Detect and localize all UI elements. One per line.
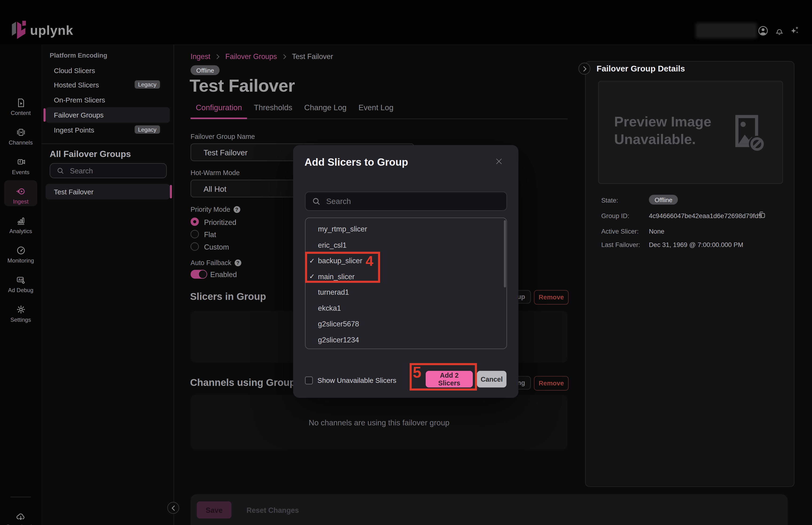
nav-item-downloads[interactable]: Downloads: [0, 512, 41, 525]
group-list-item-test-failover[interactable]: Test Failover: [46, 184, 170, 199]
slicer-row-checked[interactable]: ✓ main_slicer: [305, 269, 506, 284]
account-name-redacted: [695, 23, 757, 38]
priority-mode-label-text: Priority Mode: [190, 206, 230, 213]
status-badge-text: Offline: [196, 66, 214, 74]
notifications-bell-icon[interactable]: [774, 25, 784, 36]
cancel-button[interactable]: Cancel: [477, 371, 507, 388]
nav-label: Downloads: [6, 524, 35, 525]
modal-search-input[interactable]: [325, 196, 473, 206]
tab-change-log[interactable]: Change Log: [299, 103, 352, 119]
button-label: ng: [517, 379, 525, 386]
tab-bar: Configuration Thresholds Change Log Even…: [190, 103, 568, 119]
scrollbar-thumb[interactable]: [504, 220, 506, 288]
modal-search: [305, 192, 507, 211]
gear-icon: [16, 304, 26, 314]
group-list-title: All Failover Groups: [50, 149, 131, 160]
remove-channels-button[interactable]: Remove: [534, 376, 569, 391]
radio-flat[interactable]: [190, 230, 199, 238]
close-icon[interactable]: [494, 157, 503, 166]
slicer-row-checked[interactable]: ✓ backup_slicer: [305, 253, 506, 269]
nav-item-settings[interactable]: Settings: [0, 304, 41, 322]
tab-thresholds[interactable]: Thresholds: [249, 103, 297, 119]
uplynk-logo-icon: [11, 21, 27, 39]
nav-item-events[interactable]: Events: [0, 157, 41, 175]
copy-icon[interactable]: [758, 211, 766, 219]
subnav-item-ingest-points[interactable]: Ingest Points Legacy: [46, 122, 170, 138]
help-icon[interactable]: ?: [234, 259, 241, 266]
analytics-icon: [16, 216, 26, 226]
uplynk-logo[interactable]: uplynk: [11, 21, 73, 39]
search-icon: [56, 167, 64, 175]
nav-item-analytics[interactable]: Analytics: [0, 216, 41, 234]
hot-warm-mode-label: Hot-Warm Mode: [190, 169, 240, 177]
nav-item-channels[interactable]: Channels: [0, 127, 41, 146]
group-search: [50, 163, 167, 178]
slicer-row[interactable]: my_rtmp_slicer: [305, 221, 506, 237]
slicer-row[interactable]: g2slicer1234: [305, 332, 506, 348]
channels-icon: [16, 127, 26, 137]
sparkles-ai-icon[interactable]: [789, 25, 800, 36]
slicer-name: turnerad1: [318, 288, 349, 296]
subnav-item-failover-groups[interactable]: Failover Groups: [46, 107, 170, 123]
tab-event-log[interactable]: Event Log: [353, 103, 399, 119]
slicer-name: my_rtmp_slicer: [318, 225, 367, 233]
primary-nav-rail: Content Channels Events Ingest Analytics…: [0, 45, 42, 525]
hot-warm-mode-value: All Hot: [203, 184, 226, 193]
subnav-item-on-prem-slicers[interactable]: On-Prem Slicers: [46, 92, 170, 108]
slicer-row[interactable]: g2slicer5678: [305, 316, 506, 332]
add-2-slicers-button[interactable]: Add 2 Slicers: [426, 371, 473, 388]
radio-prioritized-label: Prioritized: [204, 218, 236, 226]
channels-empty-area: No channels are using this failover grou…: [190, 395, 568, 450]
details-panel-title: Failover Group Details: [597, 64, 685, 74]
help-icon[interactable]: ?: [233, 206, 240, 213]
breadcrumb: Ingest Failover Groups Test Failover: [190, 52, 333, 61]
slicer-name: backup_slicer: [318, 257, 362, 265]
radio-prioritized[interactable]: [190, 217, 199, 226]
subnav-item-cloud-slicers[interactable]: Cloud Slicers: [46, 63, 170, 78]
reset-changes-button[interactable]: Reset Changes: [246, 501, 299, 519]
breadcrumb-ingest[interactable]: Ingest: [190, 52, 210, 61]
nav-item-ingest[interactable]: Ingest: [0, 186, 41, 205]
detail-label-last-failover: Last Failover:: [601, 241, 640, 249]
radio-custom[interactable]: [190, 242, 199, 251]
chevron-right-icon: [282, 54, 287, 59]
subnav-item-label: Ingest Points: [54, 126, 94, 134]
nav-item-ad-debug[interactable]: Ad Ad Debug: [0, 275, 41, 293]
tab-configuration[interactable]: Configuration: [190, 103, 247, 119]
group-search-input[interactable]: [69, 166, 153, 175]
channels-using-group-heading: Channels using Group: [190, 377, 295, 388]
collapse-sidebar-button[interactable]: [167, 502, 179, 514]
expand-panel-button[interactable]: [579, 63, 591, 75]
nav-label: Settings: [10, 317, 31, 322]
subnav-item-hosted-slicers[interactable]: Hosted Slicers Legacy: [46, 77, 170, 93]
show-unavailable-checkbox[interactable]: [305, 376, 313, 384]
subnav-section-title: Platform Encoding: [50, 52, 107, 59]
remove-slicers-button[interactable]: Remove: [534, 290, 569, 304]
detail-label-state: State:: [601, 197, 618, 204]
toggle-knob: [198, 270, 207, 278]
preview-text-line2: Unavailable.: [614, 131, 711, 148]
slicer-row[interactable]: ekcka1: [305, 300, 506, 316]
nav-label: Events: [12, 169, 29, 175]
rail-divider: [10, 497, 31, 497]
auto-failback-toggle[interactable]: [190, 270, 206, 279]
save-bar: Save Reset Changes: [190, 494, 787, 525]
breadcrumb-failover-groups[interactable]: Failover Groups: [225, 52, 277, 61]
nav-item-monitoring[interactable]: Monitoring: [0, 245, 41, 264]
slicer-name: g2slicer1234: [318, 335, 359, 344]
preview-unavailable-text: Preview Image Unavailable.: [614, 113, 711, 148]
secondary-sidebar: Platform Encoding Cloud Slicers Hosted S…: [41, 45, 174, 525]
slicer-list: my_rtmp_slicer eric_csl1 ✓ backup_slicer…: [305, 217, 507, 349]
slicer-row[interactable]: turnerad1: [305, 284, 506, 300]
slicer-name: g2slicer5678: [318, 320, 359, 328]
save-button[interactable]: Save: [197, 501, 232, 519]
app-window: uplynk Content: [0, 0, 812, 525]
user-account-icon[interactable]: [758, 25, 768, 36]
detail-label-group-id: Group ID:: [601, 212, 629, 220]
slicer-row[interactable]: eric_csl1: [305, 237, 506, 253]
slicer-name: ekcka1: [318, 304, 341, 312]
nav-item-content[interactable]: Content: [0, 98, 41, 116]
events-icon: [16, 157, 26, 167]
modal-title: Add Slicers to Group: [305, 156, 408, 168]
ingest-icon: [16, 186, 26, 196]
